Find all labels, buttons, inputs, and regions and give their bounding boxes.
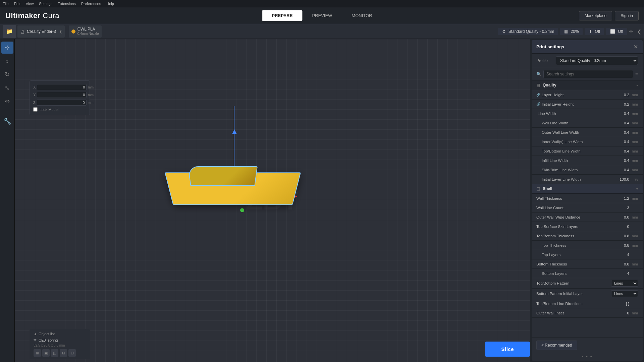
quality-selector[interactable]: ⚙ Standard Quality - 0.2mm	[498, 28, 558, 35]
object-action-5[interactable]: ⊟	[68, 349, 76, 357]
setting-top-thickness[interactable]: Top Thickness 0.8 mm	[532, 241, 643, 250]
setting-inner-wall-line-width[interactable]: Inner Wall(s) Line Width 0.4 mm	[532, 137, 643, 146]
initial-layer-height-value[interactable]: 0.2	[616, 102, 629, 106]
topbottom-line-width-value[interactable]: 0.4	[616, 149, 629, 153]
quality-controls: ⚙ Standard Quality - 0.2mm ▦ 20% ⬇ Off ⬜…	[498, 28, 633, 35]
menu-edit[interactable]: Edit	[14, 2, 20, 6]
settings-menu-button[interactable]: ≡	[635, 71, 638, 77]
wall-line-width-value[interactable]: 0.4	[616, 121, 629, 125]
layer-height-value[interactable]: 0.2	[616, 93, 629, 97]
initial-layer-line-width-value[interactable]: 100.0	[616, 177, 629, 181]
inner-wall-line-width-value[interactable]: 0.4	[616, 140, 629, 144]
x-input[interactable]	[37, 84, 87, 90]
object-action-2[interactable]: ▣	[42, 349, 50, 357]
outer-wall-line-width-unit: mm	[630, 130, 638, 134]
infill-control[interactable]: ▦ 20%	[560, 28, 583, 35]
topbottom-thickness-value[interactable]: 0.8	[616, 234, 629, 238]
sign-in-button[interactable]: Sign in	[615, 11, 639, 20]
search-input[interactable]	[543, 70, 633, 78]
line-width-value[interactable]: 0.4	[616, 112, 629, 116]
setting-wall-line-width[interactable]: Wall Line Width 0.4 mm	[532, 118, 643, 128]
top-layers-value[interactable]: 4	[616, 253, 629, 257]
z-input[interactable]	[37, 100, 87, 106]
setting-layer-height[interactable]: 🔗 Layer Height 0.2 mm	[532, 90, 643, 100]
wall-thickness-value[interactable]: 1.2	[616, 196, 629, 200]
object-list-item[interactable]: ✏ CE3_spring	[34, 338, 86, 342]
outer-wall-line-width-value[interactable]: 0.4	[616, 130, 629, 134]
tab-monitor[interactable]: MONITOR	[342, 10, 382, 21]
slice-button[interactable]: Slice	[485, 342, 530, 357]
material-selector[interactable]: OWL PLA 0.4mm Nozzle	[69, 25, 102, 38]
tool-mirror[interactable]: ⇔	[1, 95, 13, 107]
wall-thickness-label: Wall Thickness	[536, 196, 616, 200]
infill-line-width-value[interactable]: 0.4	[616, 159, 629, 163]
menu-file[interactable]: File	[3, 2, 9, 6]
object-actions: ⊞ ▣ ◫ ⊡ ⊟	[34, 349, 86, 357]
setting-wall-thickness[interactable]: Wall Thickness 1.2 mm	[532, 194, 643, 203]
tool-select[interactable]: ⊹	[1, 42, 13, 54]
right-panel: Print settings ✕ Profile Standard Qualit…	[530, 39, 644, 362]
setting-bottom-layers[interactable]: Bottom Layers 4	[532, 269, 643, 278]
adhesion-control[interactable]: ⬜ Off	[606, 28, 627, 35]
tab-preview[interactable]: PREVIEW	[302, 10, 342, 21]
outer-wall-wipe-value[interactable]: 0.0	[616, 215, 629, 219]
top-surface-skin-value[interactable]: 0	[616, 225, 629, 229]
setting-topbottom-line-width[interactable]: Top/Bottom Line Width 0.4 mm	[532, 146, 643, 156]
setting-bottom-pattern-initial[interactable]: Bottom Pattern Initial Layer Lines	[532, 289, 643, 299]
setting-initial-layer-line-width[interactable]: Initial Layer Line Width 100.0 %	[532, 175, 643, 184]
tool-scale[interactable]: ⤡	[1, 82, 13, 94]
bottom-thickness-value[interactable]: 0.8	[616, 262, 629, 266]
setting-wall-line-count[interactable]: Wall Line Count 3	[532, 203, 643, 213]
setting-bottom-thickness[interactable]: Bottom Thickness 0.8 mm	[532, 259, 643, 269]
panel-collapse-button[interactable]: ❮	[637, 29, 641, 34]
object-action-3[interactable]: ◫	[51, 349, 58, 357]
open-folder-button[interactable]: 📁	[3, 25, 16, 38]
profile-label: Profile	[536, 58, 553, 63]
setting-infill-line-width[interactable]: Infill Line Width 0.4 mm	[532, 156, 643, 165]
setting-top-layers[interactable]: Top Layers 4	[532, 250, 643, 259]
tool-move[interactable]: ↕	[1, 55, 13, 67]
bottom-pattern-initial-select[interactable]: Lines	[611, 290, 638, 297]
topbottom-pattern-select[interactable]: Lines	[611, 280, 638, 287]
support-control[interactable]: ⬇ Off	[585, 28, 604, 35]
skirt-brim-line-width-value[interactable]: 0.4	[616, 168, 629, 172]
wall-line-count-value[interactable]: 3	[616, 206, 629, 210]
setting-outer-wall-line-width[interactable]: Outer Wall Line Width 0.4 mm	[532, 128, 643, 137]
printer-selector[interactable]: 🖨 Creality Ender-3 ❮	[17, 25, 65, 38]
top-thickness-value[interactable]: 0.8	[616, 243, 629, 247]
object-action-4[interactable]: ⊡	[60, 349, 67, 357]
y-input[interactable]	[37, 92, 87, 98]
setting-topbottom-pattern[interactable]: Top/Bottom Pattern Lines	[532, 278, 643, 289]
menu-extensions[interactable]: Extensions	[58, 2, 76, 6]
bottom-layers-value[interactable]: 4	[616, 272, 629, 276]
topbottom-line-dir-value[interactable]: [ ]	[616, 302, 629, 306]
tool-support[interactable]: 🔧	[1, 115, 13, 127]
setting-topbottom-line-dir[interactable]: Top/Bottom Line Directions [ ]	[532, 299, 643, 308]
menu-settings[interactable]: Settings	[39, 2, 52, 6]
topbottom-line-dir-label: Top/Bottom Line Directions	[536, 302, 616, 306]
viewport[interactable]: ZBT X mm Y mm Z mm	[15, 39, 530, 362]
lock-model-checkbox[interactable]	[33, 107, 38, 112]
object-action-1[interactable]: ⊞	[34, 349, 41, 357]
setting-topbottom-thickness[interactable]: Top/Bottom Thickness 0.8 mm	[532, 231, 643, 241]
setting-outer-wall-inset[interactable]: Outer Wall Inset 0 mm	[532, 308, 643, 318]
settings-edit-button[interactable]: ✏	[629, 29, 633, 34]
outer-wall-inset-value[interactable]: 0	[616, 311, 629, 315]
tab-prepare[interactable]: PREPARE	[262, 10, 302, 21]
menu-preferences[interactable]: Preferences	[81, 2, 101, 6]
tool-rotate[interactable]: ↻	[1, 68, 13, 80]
quality-section-header[interactable]: ▤ Quality ▾	[532, 80, 643, 90]
settings-close-button[interactable]: ✕	[634, 44, 638, 50]
setting-skirt-brim-line-width[interactable]: Skirt/Brim Line Width 0.4 mm	[532, 165, 643, 175]
menu-help[interactable]: Help	[106, 2, 114, 6]
settings-scroll[interactable]: ▤ Quality ▾ 🔗 Layer Height 0.2 mm 🔗 Init…	[532, 80, 643, 338]
recommended-button[interactable]: < Recommended	[536, 341, 577, 350]
marketplace-button[interactable]: Marketplace	[579, 11, 612, 20]
setting-top-surface-skin[interactable]: Top Surface Skin Layers 0	[532, 222, 643, 231]
setting-outer-wall-wipe[interactable]: Outer Wall Wipe Distance 0.0 mm	[532, 213, 643, 222]
menu-view[interactable]: View	[26, 2, 34, 6]
setting-line-width[interactable]: Line Width 0.4 mm	[532, 109, 643, 118]
shell-section-header[interactable]: ◫ Shell ▾	[532, 184, 643, 194]
setting-initial-layer-height[interactable]: 🔗 Initial Layer Height 0.2 mm	[532, 100, 643, 109]
profile-select[interactable]: Standard Quality - 0.2mm	[556, 56, 638, 65]
